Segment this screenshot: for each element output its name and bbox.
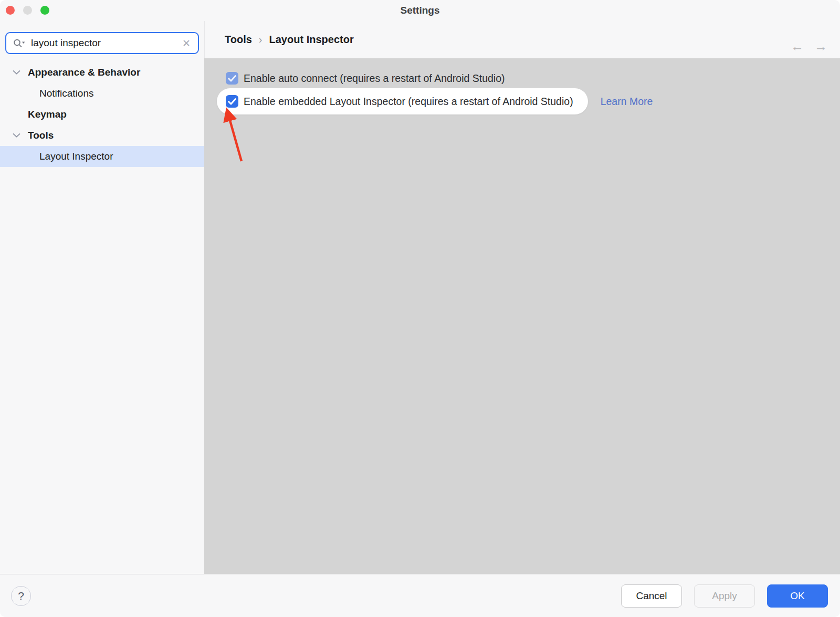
settings-search-box[interactable]: ✕ (5, 32, 199, 54)
footer-buttons: Cancel Apply OK (621, 584, 828, 608)
sidebar-item-notifications[interactable]: Notifications (0, 83, 204, 104)
search-icon[interactable] (13, 38, 26, 48)
chevron-down-icon[interactable] (13, 70, 20, 75)
cancel-button[interactable]: Cancel (621, 584, 682, 608)
checkmark-icon (226, 95, 238, 108)
breadcrumb-separator-icon: › (259, 34, 262, 46)
auto-connect-checkbox[interactable] (226, 72, 238, 85)
embedded-inspector-checkbox[interactable] (226, 95, 238, 108)
sidebar-item-layout-inspector[interactable]: Layout Inspector (0, 146, 204, 167)
search-input[interactable] (31, 37, 181, 49)
sidebar-item-label: Appearance & Behavior (28, 67, 140, 78)
sidebar-item-label: Layout Inspector (39, 151, 113, 162)
question-mark-icon: ? (18, 590, 24, 602)
highlighted-setting-pill: Enable embedded Layout Inspector (requir… (217, 88, 588, 114)
auto-connect-row: Enable auto connect (requires a restart … (226, 72, 840, 85)
auto-connect-label: Enable auto connect (requires a restart … (244, 72, 505, 85)
breadcrumb-layout-inspector: Layout Inspector (269, 34, 354, 46)
dialog-footer: ? Cancel Apply OK (0, 574, 840, 617)
sidebar-item-keymap[interactable]: Keymap (0, 104, 204, 125)
sidebar-item-tools[interactable]: Tools (0, 125, 204, 146)
breadcrumb: Tools › Layout Inspector (225, 21, 354, 58)
history-nav: ← → (791, 40, 827, 53)
chevron-down-icon[interactable] (13, 133, 20, 138)
sidebar-item-label: Keymap (28, 109, 67, 120)
sidebar-item-label: Tools (28, 130, 54, 141)
embedded-inspector-row: Enable embedded Layout Inspector (requir… (217, 88, 840, 114)
forward-arrow-icon[interactable]: → (814, 40, 827, 53)
apply-button[interactable]: Apply (694, 584, 755, 608)
back-arrow-icon[interactable]: ← (791, 40, 804, 53)
help-button[interactable]: ? (11, 586, 31, 606)
checkmark-icon (226, 72, 238, 85)
clear-search-icon[interactable]: ✕ (181, 37, 192, 49)
settings-sidebar: ✕ Appearance & Behavior Notifications Ke… (0, 21, 204, 574)
sidebar-item-label: Notifications (39, 88, 94, 99)
ok-button[interactable]: OK (767, 584, 828, 608)
window-title: Settings (0, 0, 840, 21)
embedded-inspector-label: Enable embedded Layout Inspector (requir… (244, 96, 573, 108)
settings-content: Enable auto connect (requires a restart … (204, 58, 840, 574)
titlebar: Settings (0, 0, 840, 21)
sidebar-item-appearance-behavior[interactable]: Appearance & Behavior (0, 62, 204, 83)
breadcrumb-tools[interactable]: Tools (225, 34, 252, 46)
settings-tree: Appearance & Behavior Notifications Keym… (0, 62, 204, 167)
main-header: Tools › Layout Inspector ← → (204, 21, 840, 58)
settings-window: Settings ✕ Appearance & Behavior (0, 0, 840, 617)
learn-more-link[interactable]: Learn More (601, 96, 653, 108)
